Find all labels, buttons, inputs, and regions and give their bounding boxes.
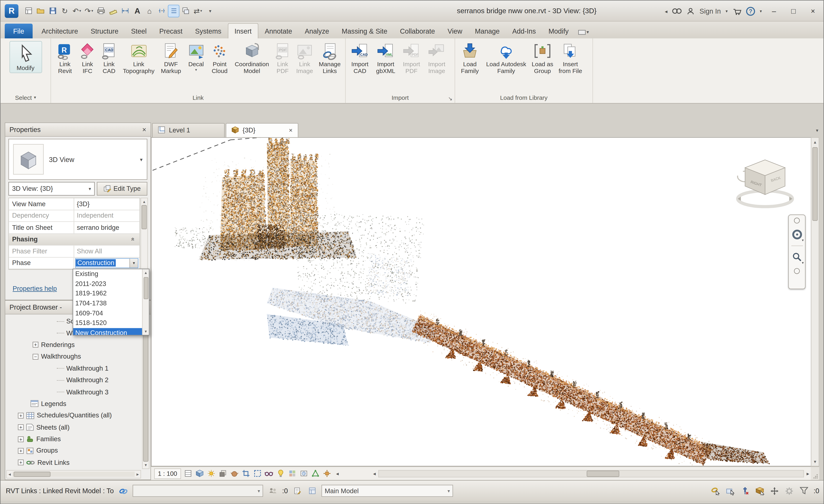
gray-inactive-worksets-icon[interactable]	[307, 486, 317, 496]
link-ifc-button[interactable]: Link IFC	[77, 41, 98, 76]
tab-insert[interactable]: Insert	[227, 23, 259, 38]
property-row-phase[interactable]: Phase Construction ▾	[9, 257, 139, 269]
undo-icon[interactable]: ↶▾	[71, 4, 83, 17]
rendering-icon[interactable]	[230, 469, 239, 478]
load-family-button[interactable]: Load Family	[457, 41, 483, 76]
background-processes-icon[interactable]	[784, 486, 795, 496]
link-cad-button[interactable]: CAD Link CAD	[98, 41, 120, 76]
tree-item-renderings[interactable]: +Renderings	[6, 339, 141, 351]
section-icon[interactable]	[156, 4, 167, 17]
dropdown-scrollbar[interactable]: ▴ ▾	[142, 269, 149, 335]
view-instance-combobox[interactable]: 3D View: {3D}▾	[8, 182, 95, 196]
hscroll-left-icon[interactable]: ◂	[372, 471, 377, 476]
expand-icon[interactable]: +	[33, 342, 38, 348]
manage-links-button[interactable]: Manage Links	[316, 41, 343, 76]
link-revit-button[interactable]: R Link Revit	[53, 41, 77, 76]
tab-modify[interactable]: Modify	[542, 24, 575, 38]
open-icon[interactable]	[35, 4, 46, 17]
hscroll-thumb[interactable]	[587, 470, 619, 477]
expand-icon[interactable]: +	[18, 424, 24, 430]
tree-item-walkthroughs[interactable]: −Walkthroughs	[6, 351, 141, 363]
detail-level-icon[interactable]	[184, 469, 193, 478]
filter-icon[interactable]	[799, 486, 809, 496]
temporary-view-properties-icon[interactable]	[299, 469, 308, 478]
select-pinned-icon[interactable]	[740, 486, 750, 496]
view-tab-list-icon[interactable]: ▾	[813, 126, 821, 135]
resize-grip[interactable]	[811, 466, 819, 480]
thin-lines-icon[interactable]	[168, 4, 180, 17]
aligned-dimension-icon[interactable]	[119, 4, 131, 17]
property-row[interactable]: Dependency Independent	[9, 210, 139, 222]
zoom-icon[interactable]: ▾	[790, 249, 804, 265]
tab-structure[interactable]: Structure	[84, 24, 125, 38]
default-3d-view-icon[interactable]: ⌂	[144, 4, 155, 17]
scale-button[interactable]: 1 : 100	[154, 468, 181, 479]
phase-option[interactable]: 1518-1520	[73, 318, 143, 328]
point-cloud-canvas[interactable]	[151, 138, 811, 466]
tree-item-walkthrough-3[interactable]: Walkthrough 3	[6, 386, 141, 398]
type-selector[interactable]: 3D View ▾	[8, 139, 147, 180]
phase-combobox[interactable]: Construction ▾	[75, 258, 138, 268]
panel-select-label[interactable]: Select▾	[1, 92, 50, 103]
qat-customize-icon[interactable]: ▾	[204, 4, 216, 17]
help-caret-icon[interactable]: ▾	[760, 9, 762, 13]
visual-style-icon[interactable]	[195, 469, 204, 478]
tab-architecture[interactable]: Architecture	[35, 24, 84, 38]
tab-massing-site[interactable]: Massing & Site	[335, 24, 394, 38]
expand-icon[interactable]: +	[18, 413, 24, 418]
properties-close-icon[interactable]: ×	[142, 126, 146, 133]
sync-icon[interactable]: ↻	[59, 4, 71, 17]
tree-item-schedules[interactable]: + Schedules/Quantities (all)	[6, 410, 141, 421]
tree-item-legends[interactable]: Legends	[6, 398, 141, 410]
reveal-hidden-elements-icon[interactable]	[276, 469, 285, 478]
sun-path-icon[interactable]	[207, 469, 216, 478]
tab-file[interactable]: File	[5, 24, 33, 38]
tab-view[interactable]: View	[441, 24, 469, 38]
tab-annotate[interactable]: Annotate	[259, 24, 298, 38]
phase-option[interactable]: 1819-1962	[73, 289, 143, 298]
properties-grid-scrollbar[interactable]: ▴	[140, 198, 148, 269]
expand-icon[interactable]: +	[18, 448, 24, 454]
decal-button[interactable]: Decal ▾	[185, 41, 207, 73]
shadows-icon[interactable]	[218, 469, 227, 478]
tree-item-groups[interactable]: + Groups	[6, 445, 141, 457]
revit-logo[interactable]: R	[5, 4, 18, 18]
phase-option[interactable]: 2011-2023	[73, 279, 143, 289]
store-icon[interactable]	[732, 7, 741, 15]
drawing-area[interactable]: RIGHT BACK ▾ ▾	[151, 137, 811, 466]
close-hidden-windows-icon[interactable]	[180, 4, 192, 17]
expand-icon[interactable]: +	[18, 460, 24, 466]
redo-icon[interactable]: ↷▾	[83, 4, 95, 17]
views-icon[interactable]	[23, 4, 34, 17]
drawing-vscrollbar[interactable]: ▴ ▾	[811, 137, 819, 466]
infocenter-collapse-icon[interactable]: ◂	[665, 8, 667, 14]
property-row[interactable]: View Name {3D}	[9, 198, 139, 210]
help-icon[interactable]: ?	[746, 7, 755, 16]
phase-option[interactable]: 1609-704	[73, 308, 143, 318]
highlight-displacement-icon[interactable]	[322, 469, 331, 478]
modify-button[interactable]: Modify	[9, 41, 42, 73]
phase-option[interactable]: Existing	[73, 269, 143, 279]
measure-icon[interactable]	[107, 4, 119, 17]
collapse-icon[interactable]: −	[33, 354, 38, 360]
view-tab-level-1[interactable]: Level 1	[152, 123, 225, 137]
close-button[interactable]: ×	[806, 5, 820, 17]
tab-analyze[interactable]: Analyze	[298, 24, 335, 38]
import-cad-button[interactable]: CAD Import CAD	[348, 41, 372, 76]
hscroll-right-icon[interactable]: ▸	[805, 471, 811, 476]
main-model-combobox[interactable]: Main Model▾	[321, 485, 453, 497]
tab-steel[interactable]: Steel	[125, 24, 153, 38]
ribbon-display-toggle-icon[interactable]: ▾	[578, 29, 589, 35]
project-browser-vscrollbar[interactable]: ▴ ▾	[142, 316, 149, 469]
insert-from-file-button[interactable]: Insert from File	[555, 41, 585, 76]
tree-item-sheets[interactable]: + Sheets (all)	[6, 421, 141, 433]
select-underlay-icon[interactable]	[725, 486, 736, 496]
property-row[interactable]: Title on Sheet serrano bridge	[9, 222, 139, 234]
crop-view-icon[interactable]	[241, 469, 250, 478]
phase-option[interactable]: 1704-1738	[73, 298, 143, 308]
drag-on-selection-icon[interactable]	[769, 486, 780, 496]
minimize-button[interactable]: –	[766, 5, 782, 17]
tab-manage[interactable]: Manage	[469, 24, 506, 38]
type-selector-dropdown-icon[interactable]: ▾	[140, 156, 142, 162]
search-icon[interactable]	[672, 7, 682, 15]
